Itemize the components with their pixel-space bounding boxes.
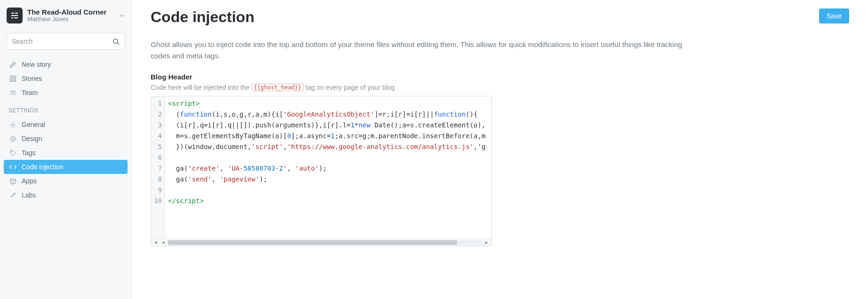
- svg-rect-1: [15, 13, 18, 14]
- scrollbar-thumb[interactable]: [168, 240, 457, 245]
- sidebar-item-label: Apps: [22, 177, 37, 185]
- editor-body[interactable]: 12345678910 <script> (function(i,s,o,g,r…: [151, 96, 491, 238]
- svg-point-12: [13, 90, 15, 92]
- nav-primary: New story Stories Team: [0, 56, 131, 101]
- pencil-icon: [8, 61, 17, 68]
- sidebar-item-design[interactable]: Design: [0, 132, 131, 146]
- sidebar-item-label: Code injection: [22, 163, 64, 171]
- gear-icon: [8, 121, 17, 128]
- list-icon: [8, 75, 17, 82]
- site-title: The Read-Aloud Corner: [27, 8, 106, 16]
- sidebar-item-label: Stories: [22, 75, 42, 82]
- editor-scrollbar[interactable]: ◂ ◂ ▸: [151, 238, 491, 246]
- svg-point-15: [11, 151, 12, 152]
- team-icon: [8, 89, 17, 96]
- help-after: tag on every page of your blog: [305, 84, 394, 91]
- svg-rect-0: [11, 13, 14, 14]
- nav-settings-heading: SETTINGS: [0, 101, 131, 117]
- ghost-head-chip: {{ghost_head}}: [251, 84, 304, 91]
- search-icon: [113, 38, 120, 45]
- page-title: Code injection: [151, 8, 254, 26]
- main-content: Code injection Save Ghost allows you to …: [132, 0, 868, 299]
- scroll-left-icon[interactable]: ◂: [161, 239, 166, 245]
- site-switcher[interactable]: The Read-Aloud Corner Matthew Jones: [0, 5, 131, 29]
- sidebar-item-label: Design: [22, 135, 42, 142]
- sidebar-item-label: Labs: [22, 191, 36, 199]
- svg-point-13: [12, 124, 14, 126]
- svg-rect-3: [11, 17, 13, 18]
- code-editor[interactable]: 12345678910 <script> (function(i,s,o,g,r…: [151, 96, 492, 246]
- scroll-left-icon[interactable]: ◂: [153, 239, 159, 245]
- sidebar-item-label: New story: [22, 61, 51, 68]
- ghost-logo-icon: [11, 12, 18, 19]
- sidebar-item-label: Tags: [22, 149, 36, 157]
- site-avatar: [7, 8, 23, 24]
- editor-code[interactable]: <script> (function(i,s,o,g,r,a,m){i['Goo…: [165, 96, 491, 238]
- editor-gutter: 12345678910: [151, 96, 165, 238]
- svg-point-11: [10, 90, 12, 92]
- save-button[interactable]: Save: [819, 8, 849, 24]
- main-header: Code injection Save: [151, 8, 849, 26]
- search-box[interactable]: [7, 33, 125, 50]
- scroll-right-icon[interactable]: ▸: [484, 239, 490, 245]
- sidebar-item-new-story[interactable]: New story: [0, 57, 131, 71]
- sidebar-item-label: General: [22, 121, 45, 128]
- svg-rect-4: [14, 17, 18, 18]
- intro-text: Ghost allows you to inject code into the…: [151, 39, 697, 62]
- svg-line-6: [117, 43, 119, 45]
- search-input[interactable]: [12, 38, 113, 45]
- blog-header-title: Blog Header: [151, 73, 849, 81]
- sidebar: The Read-Aloud Corner Matthew Jones New …: [0, 0, 132, 299]
- search-wrap: [0, 29, 131, 56]
- sidebar-item-tags[interactable]: Tags: [0, 146, 131, 160]
- help-before: Code here will be injected into the: [151, 84, 249, 91]
- sidebar-item-general[interactable]: General: [0, 118, 131, 132]
- code-icon: [8, 164, 17, 171]
- sidebar-item-stories[interactable]: Stories: [0, 71, 131, 86]
- tag-icon: [8, 150, 17, 157]
- site-user: Matthew Jones: [27, 16, 106, 23]
- chevron-down-icon: [119, 13, 125, 18]
- sidebar-item-label: Team: [22, 89, 38, 96]
- box-icon: [8, 178, 17, 185]
- wrench-icon: [8, 192, 17, 199]
- svg-point-5: [113, 39, 118, 43]
- blog-header-help: Code here will be injected into the {{gh…: [151, 84, 849, 91]
- sidebar-item-labs[interactable]: Labs: [0, 188, 131, 202]
- sidebar-item-apps[interactable]: Apps: [0, 174, 131, 188]
- compass-icon: [8, 135, 17, 142]
- sidebar-item-code-injection[interactable]: Code injection: [4, 160, 128, 174]
- scrollbar-track[interactable]: [168, 240, 482, 245]
- nav-settings: General Design Tags Code injection Apps …: [0, 117, 131, 203]
- site-title-block: The Read-Aloud Corner Matthew Jones: [27, 8, 106, 23]
- svg-rect-2: [11, 15, 18, 16]
- sidebar-item-team[interactable]: Team: [0, 86, 131, 100]
